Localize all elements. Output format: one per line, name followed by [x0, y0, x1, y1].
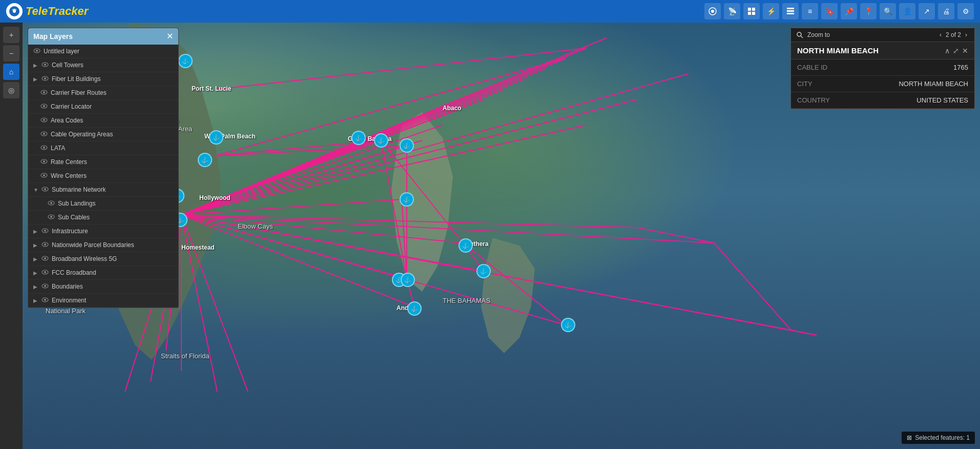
- layer-item-fiber-lit[interactable]: ▶Fiber Lit Buildings: [28, 72, 178, 86]
- bookmark-toolbar-btn[interactable]: 🔖: [821, 3, 838, 19]
- marker-eleuthera[interactable]: ⚓: [458, 238, 473, 253]
- pin-toolbar-btn[interactable]: 📌: [841, 3, 857, 19]
- filter-toolbar-btn[interactable]: ⚡: [763, 3, 779, 19]
- prev-result-button[interactable]: ‹: [937, 31, 944, 38]
- eye-icon-rate-centers[interactable]: [40, 158, 48, 166]
- marker-11[interactable]: ⚓: [401, 273, 415, 287]
- list-toolbar-btn[interactable]: ≡: [802, 3, 818, 19]
- eye-icon-cell-towers[interactable]: [41, 62, 49, 69]
- layer-name-lata: LATA: [51, 145, 65, 152]
- layer-item-cable-operating[interactable]: Cable Operating Areas: [28, 128, 178, 141]
- table-toolbar-btn[interactable]: [782, 3, 799, 19]
- minimize-button[interactable]: ∧: [945, 47, 950, 55]
- layer-panel-close-button[interactable]: ✕: [166, 32, 173, 40]
- expand-icon-fcc-broadband[interactable]: ▶: [33, 270, 38, 276]
- toolbar-right: 📡 ⚡ ≡ 🔖 📌 📍 🔍 👤 ↗ 🖨 ⚙: [704, 3, 980, 19]
- svg-point-65: [43, 105, 45, 107]
- svg-line-95: [801, 36, 803, 38]
- eye-icon-untitled[interactable]: [33, 48, 40, 55]
- info-panel-controls: ∧ ⤢ ✕: [945, 47, 968, 55]
- svg-rect-5: [752, 8, 755, 11]
- add-button[interactable]: +: [3, 27, 19, 43]
- expand-icon-boundaries[interactable]: ▶: [33, 284, 38, 290]
- marker-3[interactable]: ⚓: [209, 130, 223, 145]
- layer-item-sub-landings[interactable]: Sub Landings: [28, 197, 178, 211]
- zoom-label: Zoom to: [807, 31, 830, 38]
- svg-point-89: [44, 271, 46, 273]
- eye-icon-sub-landings[interactable]: [48, 200, 55, 207]
- expand-icon-infrastructure[interactable]: ▶: [33, 229, 38, 234]
- expand-icon-environment[interactable]: ▶: [33, 298, 38, 303]
- svg-point-94: [797, 32, 801, 36]
- marker-andros[interactable]: ⚓: [407, 301, 422, 316]
- marker-grand-bahama[interactable]: ⚓: [351, 131, 366, 145]
- marker-4[interactable]: ⚓: [198, 153, 212, 167]
- layer-item-broadband-5g[interactable]: ▶Broadband Wireless 5G: [28, 252, 178, 266]
- info-row-city: CITYNORTH MIAMI BEACH: [791, 76, 974, 92]
- marker-13[interactable]: ⚓: [561, 318, 575, 332]
- expand-button[interactable]: ⤢: [953, 47, 959, 55]
- expand-icon-cell-towers[interactable]: ▶: [33, 63, 38, 68]
- layer-item-wire-centers[interactable]: Wire Centers: [28, 169, 178, 183]
- print-toolbar-btn[interactable]: 🖨: [938, 3, 954, 19]
- layer-item-lata[interactable]: LATA: [28, 141, 178, 155]
- marker-1[interactable]: ⚓: [178, 54, 193, 68]
- eye-icon-fiber-lit[interactable]: [41, 75, 49, 83]
- next-result-button[interactable]: ›: [963, 31, 969, 38]
- search-toolbar-btn[interactable]: 🔍: [880, 3, 896, 19]
- expand-icon-fiber-lit[interactable]: ▶: [33, 76, 38, 82]
- eye-icon-sub-cables[interactable]: [48, 214, 55, 221]
- expand-icon-parcel-boundaries[interactable]: ▶: [33, 242, 38, 248]
- layer-name-sub-cables: Sub Cables: [58, 214, 90, 221]
- eye-icon-cable-operating[interactable]: [40, 131, 48, 138]
- layer-item-parcel-boundaries[interactable]: ▶Nationwide Parcel Boundaries: [28, 238, 178, 252]
- layer-item-cell-towers[interactable]: ▶Cell Towers: [28, 58, 178, 72]
- close-info-button[interactable]: ✕: [962, 47, 968, 55]
- remove-button[interactable]: −: [3, 45, 19, 62]
- location-toolbar-btn[interactable]: 📍: [860, 3, 877, 19]
- layer-item-untitled[interactable]: Untitled layer: [28, 45, 178, 58]
- layer-item-carrier-locator[interactable]: Carrier Locator: [28, 100, 178, 114]
- svg-line-54: [181, 215, 248, 392]
- expand-icon-submarine[interactable]: ▼: [33, 187, 38, 193]
- signal-toolbar-btn[interactable]: 📡: [724, 3, 740, 19]
- layer-item-sub-cables[interactable]: Sub Cables: [28, 211, 178, 224]
- layers-toolbar-btn[interactable]: [704, 3, 721, 19]
- grid-toolbar-btn[interactable]: [743, 3, 760, 19]
- eye-icon-environment[interactable]: [41, 297, 49, 304]
- user-toolbar-btn[interactable]: 👤: [899, 3, 915, 19]
- layer-name-carrier-locator: Carrier Locator: [51, 103, 92, 110]
- eye-icon-carrier-locator[interactable]: [40, 103, 48, 110]
- info-row-country: COUNTRYUNITED STATES: [791, 92, 974, 109]
- marker-9[interactable]: ⚓: [400, 192, 414, 207]
- layer-item-fcc-broadband[interactable]: ▶FCC Broadband: [28, 266, 178, 280]
- eye-icon-lata[interactable]: [40, 145, 48, 152]
- layer-name-infrastructure: Infrastructure: [52, 228, 88, 235]
- svg-point-71: [43, 147, 45, 149]
- eye-icon-area-codes[interactable]: [40, 117, 48, 124]
- layer-item-boundaries[interactable]: ▶Boundaries: [28, 280, 178, 294]
- eye-icon-fcc-broadband[interactable]: [41, 269, 49, 276]
- eye-icon-boundaries[interactable]: [41, 283, 49, 290]
- eye-icon-carrier-fiber[interactable]: [40, 89, 48, 96]
- home-button[interactable]: ⌂: [3, 64, 19, 80]
- eye-icon-infrastructure[interactable]: [41, 228, 49, 235]
- layer-item-environment[interactable]: ▶Environment: [28, 294, 178, 308]
- layer-item-area-codes[interactable]: Area Codes: [28, 114, 178, 128]
- marker-8[interactable]: ⚓: [400, 138, 414, 153]
- eye-icon-broadband-5g[interactable]: [41, 255, 49, 262]
- layer-item-rate-centers[interactable]: Rate Centers: [28, 155, 178, 169]
- expand-icon-broadband-5g[interactable]: ▶: [33, 256, 38, 262]
- eye-icon-parcel-boundaries[interactable]: [41, 241, 49, 249]
- share-toolbar-btn[interactable]: ↗: [919, 3, 935, 19]
- eye-icon-submarine[interactable]: [41, 186, 49, 193]
- compass-button[interactable]: ◎: [3, 82, 19, 98]
- marker-12[interactable]: ⚓: [476, 264, 491, 278]
- marker-grand-bahama2[interactable]: ⚓: [374, 133, 388, 148]
- left-sidebar: + − ⌂ ◎: [0, 23, 23, 449]
- layer-item-infrastructure[interactable]: ▶Infrastructure: [28, 224, 178, 238]
- settings-toolbar-btn[interactable]: ⚙: [957, 3, 974, 19]
- layer-item-carrier-fiber[interactable]: Carrier Fiber Routes: [28, 86, 178, 100]
- eye-icon-wire-centers[interactable]: [40, 172, 48, 179]
- layer-item-submarine[interactable]: ▼Submarine Network: [28, 183, 178, 197]
